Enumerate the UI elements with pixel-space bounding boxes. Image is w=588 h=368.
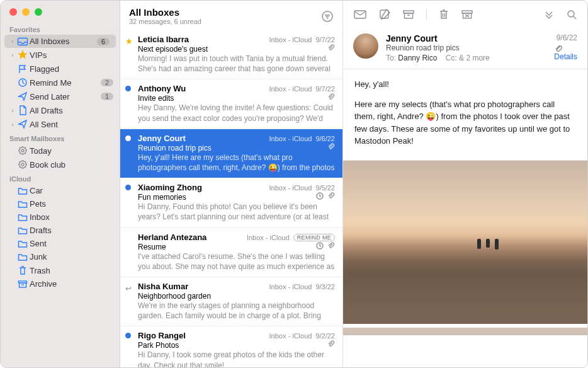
sidebar-item-trash[interactable]: Trash <box>1 263 120 277</box>
unread-dot-icon <box>125 185 131 190</box>
sidebar-item-remind-me[interactable]: Remind Me2 <box>1 76 120 89</box>
message-meta: Inbox - iCloud9/7/22 <box>269 85 335 93</box>
compose-icon[interactable] <box>378 8 391 21</box>
message-sender: Nisha Kumar <box>138 282 188 291</box>
sidebar-item-car[interactable]: Car <box>1 184 120 197</box>
search-icon[interactable] <box>566 9 577 20</box>
sidebar-item-vips[interactable]: ›VIPs <box>1 48 120 62</box>
svg-point-6 <box>21 163 24 166</box>
attached-photo[interactable] <box>343 160 587 324</box>
svg-rect-17 <box>380 10 388 18</box>
body-paragraph: Hey, y'all! <box>354 78 576 91</box>
message-row[interactable]: Rigo RangelInbox - iCloud9/2/22Park Phot… <box>120 326 342 368</box>
viewer-body: Hey, y'all! Here are my selects (that's … <box>343 69 587 156</box>
message-meta: Inbox - iCloud9/3/22 <box>269 283 335 290</box>
chevron-right-icon: › <box>9 107 16 114</box>
sidebar-item-label: Inbox <box>30 212 113 222</box>
sidebar-item-label: Trash <box>30 266 113 275</box>
sidebar-item-sent[interactable]: Sent <box>1 237 120 250</box>
sidebar-item-today[interactable]: Today <box>1 144 120 158</box>
filter-button[interactable] <box>321 10 334 23</box>
tray-icon <box>16 37 30 46</box>
sidebar-item-drafts[interactable]: Drafts <box>1 224 120 237</box>
message-subject: Reunion road trip pics <box>138 144 212 152</box>
message-row[interactable]: Anthony WuInbox - iCloud9/7/22Invite edi… <box>120 79 342 129</box>
sidebar-item-book-club[interactable]: Book club <box>1 158 120 171</box>
message-preview: Morning! I was put in touch with Tania b… <box>138 54 335 74</box>
sidebar-item-all-drafts[interactable]: ›All Drafts <box>1 103 120 117</box>
chevron-right-icon: › <box>9 52 16 59</box>
maximize-window-button[interactable] <box>35 8 42 16</box>
gear-icon <box>16 146 30 156</box>
svg-rect-19 <box>405 13 413 18</box>
sidebar-item-label: Pets <box>30 199 113 209</box>
body-paragraph: Here are my selects (that's what pro pho… <box>354 98 576 147</box>
svg-line-26 <box>574 16 576 19</box>
message-subject: Invite edits <box>138 94 174 103</box>
sidebar-item-junk[interactable]: Junk <box>1 250 120 263</box>
sidebar-item-label: Junk <box>30 252 113 262</box>
sidebar-item-pets[interactable]: Pets <box>1 197 120 210</box>
message-preview: Hi Danny, Found this photo! Can you beli… <box>138 202 335 222</box>
folder-icon <box>16 253 30 262</box>
folder-icon <box>16 226 30 235</box>
folder-icon <box>16 239 30 248</box>
reply-icon: ↩ <box>125 284 132 293</box>
sidebar-item-send-later[interactable]: Send Later1 <box>1 89 120 103</box>
message-viewer-pane: Jenny Court Reunion road trip pics To: D… <box>343 1 587 367</box>
message-preview: We're in the early stages of planning a … <box>138 301 335 321</box>
message-preview: Hi Danny, I took some great photos of th… <box>138 350 335 368</box>
attached-photo[interactable] <box>343 324 587 335</box>
message-meta: Inbox - iCloud9/6/22 <box>269 135 335 142</box>
viewer-subject: Reunion road trip pics <box>386 43 546 52</box>
trash-icon[interactable] <box>438 8 449 21</box>
message-mailbox: Inbox - iCloud <box>269 283 312 290</box>
badge: 6 <box>97 38 110 45</box>
message-row[interactable]: Herland AntezanaInbox - iCloudREMIND MER… <box>120 228 342 277</box>
attachment-icon <box>327 44 335 52</box>
more-icon[interactable] <box>543 10 555 19</box>
folder-icon <box>16 213 30 222</box>
sidebar-item-label: Remind Me <box>30 78 101 88</box>
minimize-window-button[interactable] <box>22 8 30 16</box>
viewer-toolbar <box>343 1 587 28</box>
attachment-icon[interactable] <box>554 43 577 52</box>
sidebar-item-all-inboxes[interactable]: ›All Inboxes6 <box>4 35 116 48</box>
message-row[interactable]: Xiaoming ZhongInbox - iCloud9/5/22Fun me… <box>120 178 342 227</box>
message-row[interactable]: ★Leticia IbarraInbox - iCloud9/7/22Next … <box>120 30 342 79</box>
message-sender: Rigo Rangel <box>138 331 186 340</box>
message-sender: Anthony Wu <box>138 84 186 93</box>
sidebar-section-label: Smart Mailboxes <box>1 131 120 144</box>
chevron-right-icon: › <box>9 121 16 128</box>
clock-icon <box>316 242 324 250</box>
unread-dot-icon <box>125 333 131 338</box>
message-meta: Inbox - iCloud9/5/22 <box>269 184 335 192</box>
message-meta: Inbox - iCloud9/2/22 <box>269 332 335 340</box>
sidebar-item-archive[interactable]: Archive <box>1 277 120 290</box>
remind-me-pill: REMIND ME <box>293 234 335 241</box>
message-sender: Leticia Ibarra <box>138 35 189 44</box>
message-date: 9/3/22 <box>315 283 335 290</box>
details-link[interactable]: Details <box>554 52 577 61</box>
message-date: 9/6/22 <box>315 135 335 142</box>
sidebar-item-label: VIPs <box>30 50 113 60</box>
message-row[interactable]: ↩Nisha KumarInbox - iCloud9/3/22Neighbor… <box>120 277 342 326</box>
archive-folder-icon <box>16 280 30 289</box>
attachment-icon <box>327 340 335 348</box>
gear-icon <box>16 159 30 170</box>
sidebar-item-flagged[interactable]: Flagged <box>1 62 120 76</box>
svg-point-4 <box>21 149 24 152</box>
sidebar-item-label: All Sent <box>30 120 113 129</box>
star-icon <box>16 50 30 60</box>
close-window-button[interactable] <box>9 8 17 16</box>
archive-icon[interactable] <box>402 9 415 20</box>
envelope-icon[interactable] <box>353 9 367 20</box>
message-subject: Fun memories <box>138 193 186 202</box>
junk-icon[interactable] <box>461 9 473 20</box>
avatar[interactable] <box>353 33 378 59</box>
message-row[interactable]: Jenny CourtInbox - iCloud9/6/22Reunion r… <box>120 129 342 178</box>
message-date: 9/5/22 <box>315 184 335 192</box>
sidebar-item-inbox[interactable]: Inbox <box>1 210 120 224</box>
sidebar-item-all-sent[interactable]: ›All Sent <box>1 117 120 131</box>
sidebar-item-label: Today <box>30 146 113 156</box>
